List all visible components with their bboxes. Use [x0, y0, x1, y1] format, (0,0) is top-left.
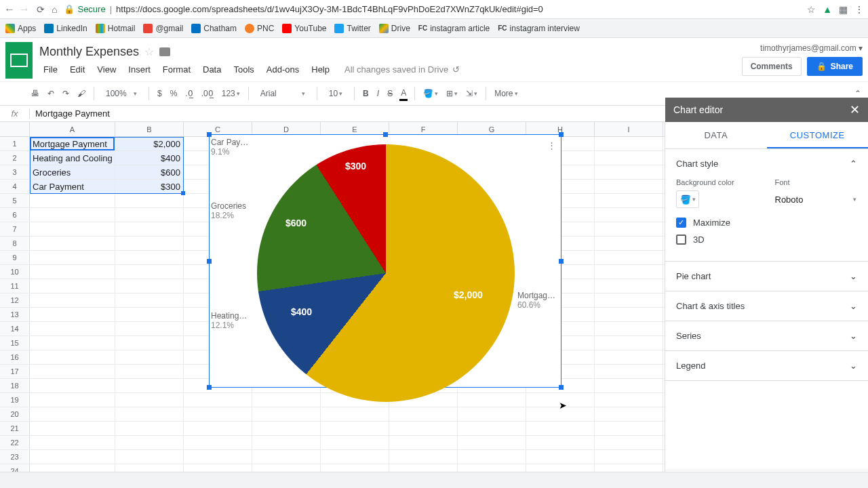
resize-handle[interactable]: [207, 132, 212, 137]
spreadsheet-grid[interactable]: A B C D E F G H I 1Mortgage Payment$2,00…: [0, 122, 665, 488]
menu-insert[interactable]: Insert: [124, 63, 155, 76]
cell[interactable]: [252, 393, 321, 407]
cell[interactable]: [30, 237, 115, 250]
row-header[interactable]: 3: [0, 165, 30, 179]
resize-handle[interactable]: [559, 132, 564, 137]
cell[interactable]: [389, 422, 458, 435]
cell[interactable]: [389, 407, 458, 421]
more-button[interactable]: More ▾: [493, 87, 519, 100]
sheets-logo-icon[interactable]: [5, 42, 33, 79]
menu-format[interactable]: Format: [159, 63, 195, 76]
cell[interactable]: [115, 422, 184, 435]
cell[interactable]: $300: [115, 180, 184, 193]
row-header[interactable]: 9: [0, 251, 30, 264]
menu-help[interactable]: Help: [307, 63, 334, 76]
cell[interactable]: [30, 379, 115, 392]
cell[interactable]: [458, 436, 526, 449]
cell[interactable]: [595, 180, 663, 193]
section-pie-chart[interactable]: Pie chart⌄: [676, 271, 857, 281]
url-bar[interactable]: 🔒 Secure | https://docs.google.com/sprea…: [64, 4, 800, 14]
row-header[interactable]: 19: [0, 393, 30, 407]
row-header[interactable]: 5: [0, 194, 30, 207]
row-header[interactable]: 2: [0, 151, 30, 165]
row-header[interactable]: 14: [0, 322, 30, 336]
cell[interactable]: [252, 422, 321, 435]
cell[interactable]: [526, 450, 595, 464]
bookmark-youtube[interactable]: YouTube: [282, 24, 326, 33]
redo-icon[interactable]: ↷: [61, 87, 71, 100]
increase-decimal-icon[interactable]: .00̲: [200, 87, 215, 100]
bookmark-hotmail[interactable]: Hotmail: [96, 24, 136, 33]
cell[interactable]: [526, 407, 595, 421]
format-select[interactable]: 123▾: [220, 87, 241, 100]
cell[interactable]: [595, 379, 663, 392]
bookmark-fc1[interactable]: FCinstagram article: [418, 24, 490, 33]
cell[interactable]: [115, 407, 184, 421]
cell[interactable]: [458, 407, 526, 421]
cell[interactable]: [30, 407, 115, 421]
row-header[interactable]: 16: [0, 350, 30, 364]
bookmark-chatham[interactable]: Chatham: [191, 24, 237, 33]
cell[interactable]: [458, 393, 526, 407]
cell[interactable]: [595, 208, 663, 222]
row-header[interactable]: 6: [0, 208, 30, 222]
cell[interactable]: [30, 293, 115, 307]
cell[interactable]: [321, 422, 389, 435]
cell[interactable]: [595, 151, 663, 165]
cell[interactable]: [115, 336, 184, 350]
row-header[interactable]: 4: [0, 180, 30, 193]
fill-color-icon[interactable]: 🪣▾: [422, 87, 439, 100]
back-icon[interactable]: ←: [4, 3, 15, 16]
cell[interactable]: [184, 393, 252, 407]
cell[interactable]: $2,000: [115, 137, 184, 150]
cell[interactable]: [526, 393, 595, 407]
cell[interactable]: [252, 450, 321, 464]
bookmark-twitter[interactable]: Twitter: [334, 24, 370, 33]
cell[interactable]: [595, 279, 663, 293]
cell[interactable]: [115, 279, 184, 293]
comments-button[interactable]: Comments: [742, 57, 802, 76]
bookmark-pnc[interactable]: PNC: [245, 24, 274, 33]
cell[interactable]: [595, 137, 663, 150]
star-icon[interactable]: ☆: [807, 4, 816, 15]
bookmark-drive[interactable]: Drive: [379, 24, 410, 33]
cell[interactable]: [30, 422, 115, 435]
cell[interactable]: [389, 436, 458, 449]
cell[interactable]: [252, 436, 321, 449]
cell[interactable]: [30, 208, 115, 222]
italic-icon[interactable]: I: [376, 87, 380, 100]
row-header[interactable]: 21: [0, 422, 30, 435]
move-folder-icon[interactable]: [159, 47, 170, 56]
font-size-select[interactable]: 10▾: [324, 87, 347, 100]
star-doc-icon[interactable]: ☆: [144, 45, 154, 58]
percent-icon[interactable]: %: [169, 87, 179, 100]
cell[interactable]: Mortgage Payment: [30, 137, 115, 150]
cell[interactable]: Groceries: [30, 165, 115, 179]
zoom-select[interactable]: 100%▾: [101, 87, 142, 100]
cell[interactable]: [30, 393, 115, 407]
cell[interactable]: [30, 279, 115, 293]
col-header[interactable]: A: [30, 122, 115, 136]
print-icon[interactable]: 🖶: [30, 87, 41, 100]
menu-tools[interactable]: Tools: [229, 63, 258, 76]
cell[interactable]: [30, 194, 115, 207]
row-header[interactable]: 1: [0, 137, 30, 150]
cell[interactable]: [115, 293, 184, 307]
cell[interactable]: [115, 308, 184, 321]
menu-data[interactable]: Data: [199, 63, 225, 76]
section-series[interactable]: Series⌄: [676, 331, 857, 341]
apps-bookmark[interactable]: Apps: [5, 24, 36, 33]
cell[interactable]: [595, 450, 663, 464]
bookmark-linkedin[interactable]: LinkedIn: [44, 24, 87, 33]
cell[interactable]: [458, 450, 526, 464]
col-header[interactable]: B: [115, 122, 184, 136]
formula-input[interactable]: Mortgage Payment: [30, 108, 115, 119]
borders-icon[interactable]: ⊞▾: [445, 87, 459, 100]
cell[interactable]: [595, 322, 663, 336]
row-header[interactable]: 20: [0, 407, 30, 421]
cell[interactable]: [595, 365, 663, 378]
row-header[interactable]: 15: [0, 336, 30, 350]
cell[interactable]: [321, 407, 389, 421]
cell[interactable]: [115, 237, 184, 250]
font-select[interactable]: Arial▾: [256, 87, 310, 100]
